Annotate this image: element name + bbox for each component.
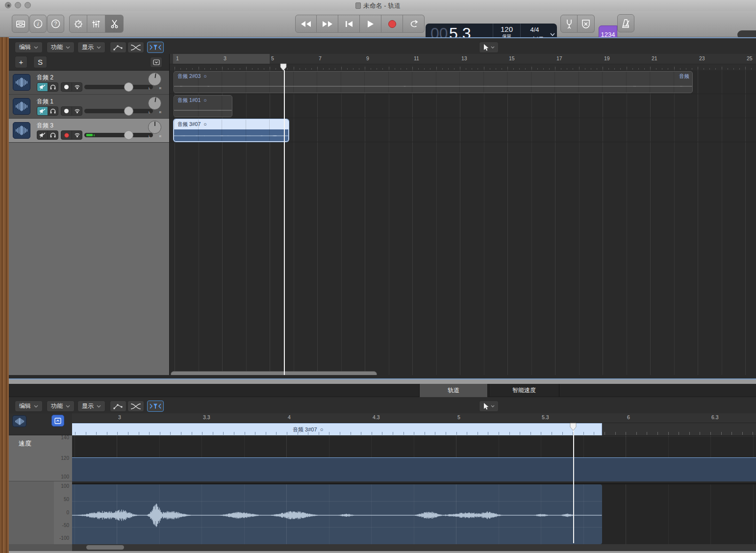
ruler-tick [668, 68, 668, 70]
volume-knob[interactable] [124, 82, 133, 92]
record-enable-button[interactable] [61, 83, 72, 91]
fast-forward-button[interactable] [317, 15, 338, 33]
editor-bar-ruler[interactable]: 33.344.355.366.3 [72, 413, 756, 423]
playhead-handle[interactable] [279, 63, 287, 71]
playhead[interactable] [284, 70, 285, 375]
waveform-lane[interactable] [72, 483, 756, 544]
rewind-button[interactable] [295, 15, 317, 33]
headphones-button[interactable] [48, 83, 58, 91]
volume-knob[interactable] [124, 106, 133, 116]
audio-track-button[interactable] [12, 415, 26, 427]
help-button[interactable]: ? [47, 15, 64, 33]
input-monitor-button[interactable] [72, 131, 82, 139]
track-header-audio1[interactable]: 音频 1 LR [9, 95, 169, 119]
region-audio2-03[interactable]: 音频 2#03 ○ 音频 [174, 71, 693, 93]
ruler-tick [216, 68, 217, 70]
ruler-tick [75, 432, 76, 435]
snap-button[interactable] [147, 42, 164, 53]
functions-menu[interactable]: 功能 [47, 401, 75, 412]
ruler-tick [245, 432, 245, 435]
tuner-button[interactable] [560, 15, 578, 33]
play-button[interactable] [360, 15, 381, 33]
functions-menu[interactable]: 功能 [47, 42, 75, 53]
editor-horizontal-scrollbar[interactable] [86, 545, 124, 550]
solo-off-button[interactable] [578, 15, 595, 33]
mute-button[interactable] [37, 83, 48, 91]
tab-track[interactable]: 轨道 [419, 384, 488, 397]
gridline [753, 484, 754, 544]
ruler-tick [448, 68, 449, 70]
pan-knob[interactable] [148, 121, 161, 134]
editor-playhead[interactable] [573, 425, 574, 543]
pan-knob[interactable] [148, 97, 161, 110]
ruler-tick [401, 68, 401, 70]
smart-controls-button[interactable] [69, 15, 87, 33]
info-button[interactable]: i [29, 15, 47, 33]
ruler-tick [199, 67, 199, 70]
loop-indicator[interactable]: ○ [203, 97, 206, 103]
headphones-button[interactable] [48, 131, 58, 139]
automation-button[interactable] [110, 401, 126, 412]
mixer-button[interactable] [87, 15, 105, 33]
view-menu[interactable]: 显示 [77, 401, 105, 412]
loop-indicator[interactable]: ○ [320, 427, 324, 432]
lcd-tempo-value: 120 [493, 25, 520, 33]
ruler-tick [418, 68, 419, 70]
track-header-audio3[interactable]: 音频 3 LR [9, 119, 169, 143]
mute-button[interactable] [37, 131, 48, 139]
snap-button[interactable] [147, 401, 164, 412]
pan-knob[interactable] [148, 73, 161, 86]
volume-slider[interactable] [84, 85, 153, 89]
ruler-tick [202, 432, 202, 435]
view-menu[interactable]: 显示 [77, 42, 105, 53]
record-button[interactable] [381, 15, 403, 33]
input-monitor-button[interactable] [72, 107, 82, 115]
region-label: 音频 3#07 ○ [177, 121, 206, 128]
mute-button[interactable] [37, 107, 48, 115]
region-audio3-07[interactable]: 音频 3#07 ○ [174, 119, 289, 142]
go-to-beginning-button[interactable] [338, 15, 360, 33]
headphones-button[interactable] [48, 107, 58, 115]
bar-ruler[interactable]: 135791113151719212325 [169, 54, 756, 70]
flex-button[interactable] [127, 401, 144, 412]
amp-scale-0: 0 [66, 510, 69, 515]
collapse-editor-button[interactable] [51, 415, 64, 427]
volume-slider[interactable] [84, 109, 153, 113]
track-header-options-button[interactable] [150, 57, 162, 68]
solo-mode-button[interactable]: S [33, 56, 47, 68]
edit-menu[interactable]: 编辑 [15, 42, 43, 53]
ruler-tick [347, 68, 348, 70]
volume-slider[interactable] [84, 133, 153, 137]
pointer-tool-button[interactable] [479, 42, 499, 53]
add-track-button[interactable]: + [15, 56, 27, 68]
volume-knob[interactable] [124, 130, 133, 140]
tab-smart-tempo[interactable]: 智能速度 [489, 384, 559, 397]
scissors-button[interactable] [105, 15, 124, 33]
edit-menu[interactable]: 编辑 [15, 401, 43, 412]
horizontal-scrollbar[interactable] [171, 371, 377, 375]
loop-indicator[interactable]: ○ [203, 121, 206, 127]
audio-waveform-icon [13, 98, 30, 115]
ruler-tick [96, 432, 97, 435]
automation-icon [113, 44, 123, 51]
editor-region-audio3-07[interactable]: 音频 3#07 ○ [72, 423, 602, 436]
input-monitor-button[interactable] [72, 83, 82, 91]
automation-button[interactable] [110, 42, 126, 53]
track-lanes[interactable]: 音频 2#03 ○ 音频 音频 1#01 ○ 音频 3#07 ○ [169, 70, 756, 375]
editor-playhead-handle[interactable] [569, 423, 577, 431]
media-browser-button[interactable] [12, 15, 29, 33]
pointer-tool-button[interactable] [479, 401, 499, 412]
ruler-tick [340, 432, 340, 435]
region-audio1-01[interactable]: 音频 1#01 ○ [174, 95, 232, 117]
ruler-tick [478, 432, 478, 435]
loop-indicator[interactable]: ○ [203, 73, 206, 79]
cycle-button[interactable] [403, 15, 425, 33]
record-enable-button[interactable] [61, 131, 72, 139]
flex-button[interactable] [127, 42, 144, 53]
ruler-tick [662, 68, 662, 70]
tempo-lane[interactable] [72, 435, 756, 481]
track-header-audio2[interactable]: 音频 2 LR [9, 71, 169, 95]
tempo-curve-120[interactable] [72, 457, 756, 481]
metronome-button[interactable] [617, 14, 634, 32]
record-enable-button[interactable] [61, 107, 72, 115]
